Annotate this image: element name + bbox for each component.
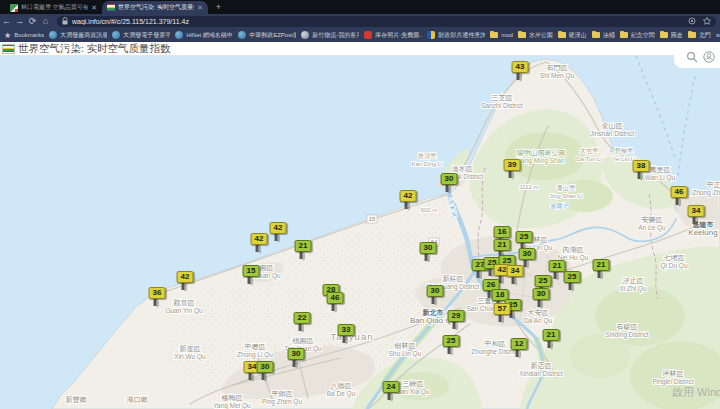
aqi-marker[interactable]: 30 [533,288,550,300]
aqi-marker[interactable]: 29 [448,310,465,322]
aqi-marker[interactable]: 30 [288,348,305,360]
tab-close-icon[interactable]: ✕ [197,4,203,12]
aqi-marker[interactable]: 12 [511,338,528,350]
search-icon[interactable] [686,51,698,63]
site-permission-icon[interactable] [688,17,696,25]
url-text: waqi.info/cn/#/c/25.115/121.379/11.4z [72,18,688,25]
user-icon[interactable] [703,51,715,63]
folder-icon [592,31,600,39]
map-label: 楊梅區 [222,394,243,402]
activate-windows-watermark: 啟用 Windows [672,386,720,398]
aqi-marker[interactable]: 30 [441,173,458,185]
bookmark-item[interactable]: 財政部共通性查詢... [427,31,485,40]
aqi-marker[interactable]: 36 [149,287,166,299]
folder-icon [518,31,526,39]
aqi-marker[interactable]: 46 [671,186,688,198]
aqi-marker[interactable]: 16 [494,226,511,238]
aqi-marker[interactable]: 42 [251,233,268,245]
aqi-marker[interactable]: 25 [564,271,581,283]
aqi-marker[interactable]: 34 [688,205,705,217]
aqi-marker[interactable]: 33 [338,324,355,336]
map-label: 汐止區 [623,277,644,284]
folder-icon [558,31,566,39]
bookmark-item[interactable]: 新竹物流-我的客戶... [301,31,359,40]
bookmark-item[interactable]: 庫存照片·免費圖... [364,31,422,40]
aqi-marker[interactable]: 15 [243,265,260,277]
aqi-marker[interactable]: 34 [507,265,524,277]
aqi-marker[interactable]: 21 [494,239,511,251]
bookmark-folder[interactable]: 油桶 [592,31,615,40]
map-label: Shiding District [605,331,649,339]
aqi-marker[interactable]: 38 [633,160,650,172]
back-button[interactable]: ← [0,14,13,28]
aqi-marker[interactable]: 21 [295,240,312,252]
bookmark-item[interactable]: 中華郵政EZPost服... [238,31,296,40]
aqi-marker[interactable]: 42 [270,222,287,234]
map-label: 觀音區 [174,299,195,307]
aqi-marker[interactable]: 25 [443,335,460,347]
aqi-marker[interactable]: 21 [593,259,610,271]
map-label: 陽明山國家公園 [517,149,566,157]
map-label: 安樂區 [642,216,663,223]
new-tab-button[interactable]: + [214,3,223,12]
bookmark-item[interactable]: HiNet 網域名稱申... [175,31,233,40]
aqi-marker[interactable]: 30 [420,242,437,254]
forward-button[interactable]: → [13,14,26,28]
address-bar[interactable]: waqi.info/cn/#/c/25.115/121.379/11.4z [57,16,716,27]
map-label: 大安區 [528,309,549,316]
bookmark-folder[interactable]: 北門 [688,31,711,40]
bookmarks-bar: ★ Bookmarks 大潤發廠商資訊服...大潤發電子發票平...HiNet … [0,28,720,42]
aqi-marker[interactable]: 30 [427,285,444,297]
aqi-marker[interactable]: 46 [327,292,344,304]
aqi-marker[interactable]: 42 [400,190,417,202]
reload-button[interactable]: ⟳ [26,14,39,28]
aqi-marker[interactable]: 22 [294,312,311,324]
map-label: 大屯里 [580,147,599,154]
map-label: 石碇區 [617,323,638,331]
globe-icon [238,31,246,39]
aqi-marker[interactable]: 30 [257,361,274,373]
map-label: 桃園區 [293,337,314,345]
bookmark-item[interactable]: 大潤發電子發票平... [112,31,170,40]
map-label: 坪林區 [662,370,684,377]
map-label: Ping Zhen Qu [262,398,302,406]
map-label: 崁頂里 [417,153,437,160]
waqi-flag-favicon [107,4,115,12]
aqi-marker[interactable]: 25 [535,275,552,287]
aqi-marker[interactable]: 24 [383,381,400,393]
home-button[interactable]: ⌂ [39,14,52,28]
map-label: 602 m [421,207,438,213]
tab-waqi[interactable]: 世界空气污染: 实时空气质量指数 ✕ [102,1,208,14]
basemap: 石門區Shi Men Qu三芝區Sanzhi District金山區Jinsha… [0,56,720,409]
bookmark-folder[interactable]: 紀念空間 [620,31,655,40]
aqi-marker[interactable]: 42 [177,271,194,283]
aqi-marker[interactable]: 39 [504,159,521,171]
map-label: Ba De Qu [327,390,356,398]
aqi-marker[interactable]: 21 [543,329,560,341]
map-label: 新豐鄉 [66,395,87,404]
bookmarks-overflow-chevron[interactable]: » [716,31,720,40]
bookmark-folder[interactable]: 圓倉 [660,31,683,40]
bookmark-folder[interactable]: 水岸公園 [518,31,553,40]
bookmarks-list: 大潤發廠商資訊服...大潤發電子發票平...HiNet 網域名稱申...中華郵政… [49,31,716,40]
map-label: Qi Du Qu [660,262,687,270]
folder-icon [688,31,696,39]
map-label: Da An Qu [524,317,553,325]
map-label: 野柳里 [615,148,634,154]
bookmark-folder[interactable]: 硬漢山 [558,31,587,40]
aqi-marker[interactable]: 25 [516,231,533,243]
tab-linkou-air[interactable]: 林口電廠里 空氣品質可有改善 (3 ✕ [5,1,102,14]
map-label: Da Tun Li [576,156,602,162]
tab-title: 林口電廠里 空氣品質可有改善 (3 [21,3,88,12]
folder-icon [660,31,668,39]
bookmark-star-icon[interactable] [703,17,711,25]
aqi-marker[interactable]: 57 [494,303,511,315]
bookmark-folder[interactable]: mod [490,31,513,39]
bookmark-item[interactable]: 大潤發廠商資訊服... [49,31,107,40]
aqi-marker[interactable]: 30 [519,248,536,260]
map-label: Kan Ding Li [411,161,442,167]
air-quality-map[interactable]: 石門區Shi Men Qu三芝區Sanzhi District金山區Jinsha… [0,56,720,409]
tab-close-icon[interactable]: ✕ [91,4,97,12]
aqi-marker[interactable]: 43 [512,61,529,73]
bookmarks-root[interactable]: ★ Bookmarks [4,31,44,40]
